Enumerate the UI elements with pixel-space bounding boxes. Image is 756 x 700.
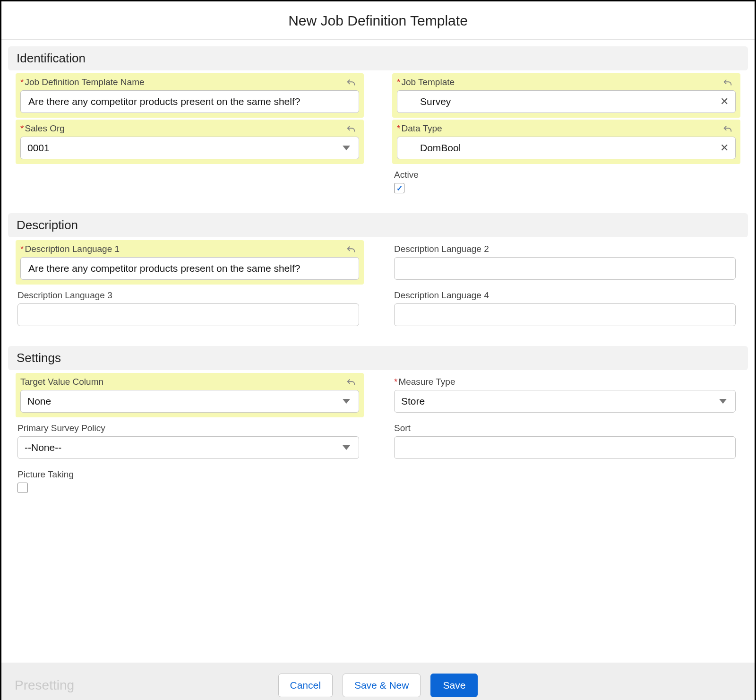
field-desc-lang-1: *Description Language 1: [16, 240, 364, 285]
section-body-identification: *Job Definition Template Name *Sales Org: [1, 70, 755, 207]
lookup-data-type[interactable]: DomBool ✕: [397, 137, 736, 159]
undo-icon[interactable]: [722, 124, 733, 135]
select-primary-survey-policy[interactable]: --None--: [17, 436, 359, 459]
save-button[interactable]: Save: [430, 674, 478, 697]
label-desc-lang-2: Description Language 2: [394, 244, 736, 254]
input-template-name[interactable]: [27, 91, 352, 112]
settings-col-right: *Measure Type Store Sort: [392, 373, 740, 502]
section-header-identification: Identification: [8, 46, 748, 70]
modal-content: Identification *Job Definition Template …: [1, 46, 755, 509]
input-desc-4-wrapper: [394, 303, 736, 326]
section-body-settings: Target Value Column None Primary Survey …: [1, 370, 755, 509]
save-and-new-button[interactable]: Save & New: [343, 674, 421, 697]
label-job-template: *Job Template: [397, 77, 736, 87]
input-desc-lang-3[interactable]: [25, 304, 352, 326]
modal-title: New Job Definition Template: [1, 1, 755, 40]
undo-icon[interactable]: [346, 124, 356, 135]
undo-icon[interactable]: [722, 78, 733, 88]
label-sort: Sort: [394, 423, 736, 433]
modal-window: New Job Definition Template Identificati…: [0, 0, 756, 700]
modal-footer: Presetting Cancel Save & New Save: [1, 663, 755, 700]
clear-icon[interactable]: ✕: [720, 95, 729, 108]
ident-col-left: *Job Definition Template Name *Sales Org: [16, 73, 364, 200]
label-desc-lang-3: Description Language 3: [17, 290, 359, 301]
label-target-value-column: Target Value Column: [20, 377, 359, 387]
label-sales-org: *Sales Org: [20, 123, 359, 134]
select-policy-value: --None--: [25, 442, 61, 453]
select-measure-value: Store: [401, 396, 425, 407]
select-measure-type[interactable]: Store: [394, 390, 736, 413]
field-data-type: *Data Type DomBool ✕: [392, 120, 740, 164]
lookup-data-type-value: DomBool: [420, 142, 461, 154]
section-header-settings: Settings: [8, 346, 748, 370]
select-sales-org-value: 0001: [27, 142, 50, 154]
input-sort[interactable]: [401, 437, 729, 458]
label-picture-taking: Picture Taking: [17, 469, 359, 480]
input-desc-lang-4[interactable]: [401, 304, 729, 326]
undo-icon[interactable]: [346, 378, 356, 388]
desc-col-left: *Description Language 1 Description Lang…: [16, 240, 364, 333]
label-active: Active: [394, 170, 736, 180]
input-desc-lang-1[interactable]: [27, 258, 352, 279]
label-primary-survey-policy: Primary Survey Policy: [17, 423, 359, 433]
checkbox-active[interactable]: [394, 183, 404, 193]
label-template-name: *Job Definition Template Name: [20, 77, 359, 87]
field-job-template: *Job Template Survey ✕: [392, 73, 740, 118]
ident-col-right: *Job Template Survey ✕ *Data Type: [392, 73, 740, 200]
label-measure-type: *Measure Type: [394, 377, 736, 387]
field-picture-taking: Picture Taking: [16, 466, 364, 500]
input-desc-3-wrapper: [17, 303, 359, 326]
field-desc-lang-4: Description Language 4: [392, 286, 740, 331]
field-active: Active: [392, 166, 740, 198]
section-body-description: *Description Language 1 Description Lang…: [1, 237, 755, 339]
undo-icon[interactable]: [346, 245, 356, 255]
field-target-value-column: Target Value Column None: [16, 373, 364, 417]
modal-body-scroll[interactable]: Identification *Job Definition Template …: [1, 40, 755, 663]
field-primary-survey-policy: Primary Survey Policy --None--: [16, 419, 364, 464]
settings-col-left: Target Value Column None Primary Survey …: [16, 373, 364, 502]
field-desc-lang-2: Description Language 2: [392, 240, 740, 285]
undo-icon[interactable]: [346, 78, 356, 88]
lookup-job-template[interactable]: Survey ✕: [397, 90, 736, 113]
select-sales-org[interactable]: 0001: [20, 137, 359, 159]
label-desc-lang-1: *Description Language 1: [20, 244, 359, 254]
label-desc-lang-4: Description Language 4: [394, 290, 736, 301]
lookup-job-template-value: Survey: [420, 96, 451, 107]
section-header-description: Description: [8, 213, 748, 237]
input-desc-1-wrapper: [20, 257, 359, 280]
checkbox-picture-taking[interactable]: [17, 483, 28, 493]
clear-icon[interactable]: ✕: [720, 142, 729, 154]
section-header-presetting: Presetting: [15, 678, 74, 693]
field-sort: Sort: [392, 419, 740, 464]
input-desc-lang-2[interactable]: [401, 258, 729, 279]
field-measure-type: *Measure Type Store: [392, 373, 740, 417]
input-sort-wrapper: [394, 436, 736, 459]
input-template-name-wrapper: [20, 90, 359, 113]
select-target-value: None: [27, 396, 51, 407]
select-target-value-column[interactable]: None: [20, 390, 359, 413]
field-desc-lang-3: Description Language 3: [16, 286, 364, 331]
field-template-name: *Job Definition Template Name: [16, 73, 364, 118]
field-sales-org: *Sales Org 0001: [16, 120, 364, 164]
label-data-type: *Data Type: [397, 123, 736, 134]
input-desc-2-wrapper: [394, 257, 736, 280]
cancel-button[interactable]: Cancel: [278, 674, 333, 697]
desc-col-right: Description Language 2 Description Langu…: [392, 240, 740, 333]
